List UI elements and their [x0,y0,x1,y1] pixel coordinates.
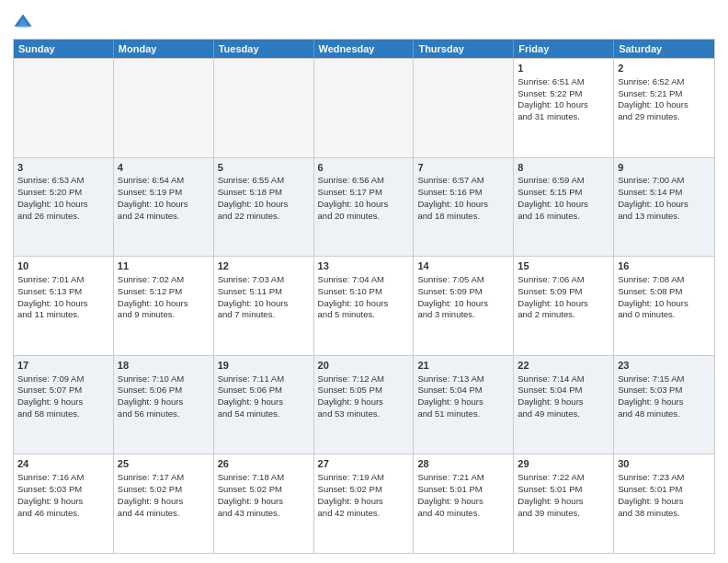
day-info: Sunset: 5:09 PM [417,286,509,298]
day-info: Sunrise: 7:06 AM [518,274,609,286]
day-info: Daylight: 9 hours [618,496,711,508]
header-cell-tuesday: Tuesday [214,40,314,58]
empty-cell [214,59,314,157]
day-info: Daylight: 9 hours [518,496,609,508]
day-info: and 16 minutes. [518,211,609,223]
day-info: Daylight: 9 hours [318,496,410,508]
day-number: 15 [518,259,609,273]
day-info: Sunset: 5:04 PM [417,385,509,396]
day-info: Daylight: 9 hours [118,396,210,408]
day-cell-1: 1Sunrise: 6:51 AMSunset: 5:22 PMDaylight… [514,59,614,157]
day-info: and 54 minutes. [218,408,310,420]
day-info: Sunset: 5:01 PM [417,484,509,496]
day-info: Daylight: 10 hours [118,298,210,310]
empty-cell [114,59,214,157]
day-info: Sunrise: 7:11 AM [218,373,310,385]
day-cell-27: 27Sunrise: 7:19 AMSunset: 5:02 PMDayligh… [314,454,415,553]
day-info: Sunrise: 7:13 AM [417,373,509,385]
day-info: Sunset: 5:12 PM [118,286,210,298]
header-cell-wednesday: Wednesday [314,40,415,58]
day-info: and 24 minutes. [118,211,210,223]
day-info: and 46 minutes. [17,508,109,520]
day-number: 23 [618,359,711,373]
day-info: and 51 minutes. [417,408,509,420]
day-cell-22: 22Sunrise: 7:14 AMSunset: 5:04 PMDayligh… [514,356,614,454]
day-cell-26: 26Sunrise: 7:18 AMSunset: 5:02 PMDayligh… [214,454,314,553]
day-cell-17: 17Sunrise: 7:09 AMSunset: 5:07 PMDayligh… [14,356,114,454]
day-number: 29 [518,457,609,471]
day-cell-5: 5Sunrise: 6:55 AMSunset: 5:18 PMDaylight… [214,158,314,257]
day-cell-3: 3Sunrise: 6:53 AMSunset: 5:20 PMDaylight… [14,158,114,257]
day-cell-18: 18Sunrise: 7:10 AMSunset: 5:06 PMDayligh… [114,356,214,454]
day-info: Sunset: 5:20 PM [17,187,109,199]
day-cell-29: 29Sunrise: 7:22 AMSunset: 5:01 PMDayligh… [514,454,614,553]
day-info: Daylight: 10 hours [218,199,310,211]
day-cell-21: 21Sunrise: 7:13 AMSunset: 5:04 PMDayligh… [414,356,514,454]
day-info: Daylight: 9 hours [518,396,609,408]
day-info: Daylight: 10 hours [618,199,711,211]
day-info: Daylight: 10 hours [618,298,711,310]
day-cell-2: 2Sunrise: 6:52 AMSunset: 5:21 PMDaylight… [614,59,714,157]
day-cell-14: 14Sunrise: 7:05 AMSunset: 5:09 PMDayligh… [414,257,514,355]
day-info: Daylight: 10 hours [118,199,210,211]
day-info: Sunset: 5:17 PM [318,187,410,199]
day-info: Sunrise: 6:57 AM [417,175,509,187]
day-info: and 49 minutes. [518,408,609,420]
calendar-body: 1Sunrise: 6:51 AMSunset: 5:22 PMDaylight… [14,58,714,553]
day-info: Sunrise: 7:03 AM [218,274,310,286]
day-number: 30 [618,457,711,471]
day-number: 26 [218,457,310,471]
day-cell-9: 9Sunrise: 7:00 AMSunset: 5:14 PMDaylight… [614,158,714,257]
day-info: Sunset: 5:01 PM [518,484,609,496]
day-number: 22 [518,359,609,373]
day-info: Sunrise: 7:01 AM [17,274,109,286]
day-info: Daylight: 10 hours [17,199,109,211]
day-number: 17 [17,359,109,373]
day-info: and 44 minutes. [118,508,210,520]
day-info: and 48 minutes. [618,408,711,420]
day-number: 13 [318,259,410,273]
day-info: Sunrise: 6:56 AM [318,175,410,187]
day-info: Sunrise: 7:05 AM [417,274,509,286]
day-info: Sunrise: 7:10 AM [118,373,210,385]
day-info: Daylight: 9 hours [618,396,711,408]
day-number: 27 [318,457,410,471]
day-info: and 0 minutes. [618,309,711,321]
day-info: Sunset: 5:04 PM [518,385,609,396]
day-info: and 20 minutes. [318,211,410,223]
calendar-row-4: 24Sunrise: 7:16 AMSunset: 5:03 PMDayligh… [14,454,714,553]
day-info: Sunset: 5:08 PM [618,286,711,298]
day-info: Daylight: 10 hours [318,199,410,211]
day-info: Sunset: 5:11 PM [218,286,310,298]
day-info: Sunrise: 6:59 AM [518,175,609,187]
day-info: Sunrise: 6:51 AM [518,76,609,88]
header-cell-friday: Friday [514,40,614,58]
day-info: Sunrise: 7:19 AM [318,472,410,484]
day-info: Sunrise: 7:18 AM [218,472,310,484]
day-info: and 58 minutes. [17,408,109,420]
day-cell-28: 28Sunrise: 7:21 AMSunset: 5:01 PMDayligh… [414,454,514,553]
day-number: 1 [518,62,609,75]
day-info: Sunrise: 7:02 AM [118,274,210,286]
day-number: 25 [118,457,210,471]
day-info: Sunset: 5:05 PM [318,385,410,396]
day-info: Sunset: 5:02 PM [218,484,310,496]
day-info: Sunrise: 7:17 AM [118,472,210,484]
day-info: and 7 minutes. [218,309,310,321]
day-info: Sunrise: 7:21 AM [417,472,509,484]
day-info: and 39 minutes. [518,508,609,520]
day-info: Sunrise: 7:22 AM [518,472,609,484]
logo-icon [13,13,33,33]
day-info: Daylight: 10 hours [417,199,509,211]
day-info: Sunset: 5:09 PM [518,286,609,298]
day-cell-10: 10Sunrise: 7:01 AMSunset: 5:13 PMDayligh… [14,257,114,355]
day-info: Daylight: 9 hours [318,396,410,408]
day-info: Sunrise: 7:15 AM [618,373,711,385]
day-info: Sunset: 5:10 PM [318,286,410,298]
empty-cell [314,59,415,157]
header-cell-saturday: Saturday [614,40,714,58]
day-info: and 26 minutes. [17,211,109,223]
day-info: Sunset: 5:16 PM [417,187,509,199]
day-info: Daylight: 9 hours [417,396,509,408]
logo [13,13,37,33]
